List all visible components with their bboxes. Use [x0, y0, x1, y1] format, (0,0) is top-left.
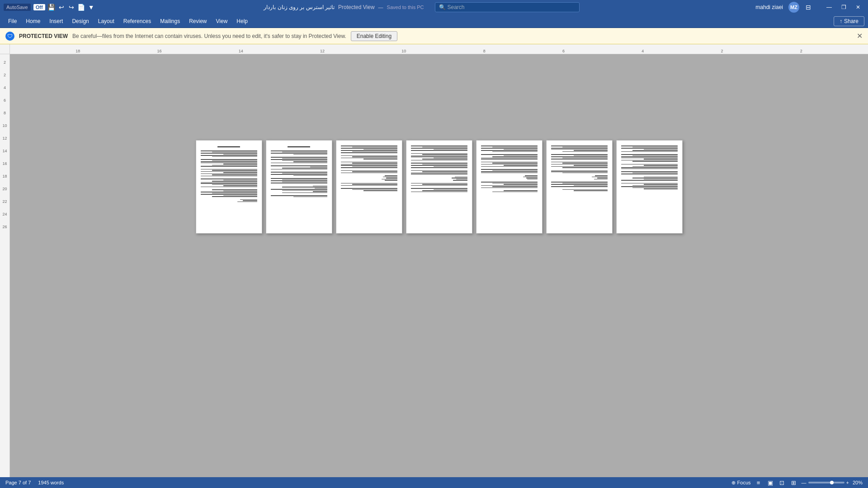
- enable-editing-button[interactable]: Enable Editing: [351, 31, 397, 41]
- focus-mode-icon[interactable]: ⊞: [790, 479, 798, 487]
- read-mode-icon[interactable]: ≡: [755, 479, 763, 487]
- save-state: —: [378, 5, 383, 10]
- menu-layout[interactable]: Layout: [94, 16, 119, 26]
- menu-mailings[interactable]: Mailings: [156, 16, 184, 26]
- web-layout-icon[interactable]: ⊡: [778, 479, 786, 487]
- protected-view-close[interactable]: ✕: [857, 32, 863, 40]
- page-content-7: [617, 141, 682, 194]
- title-bar: AutoSave Off 💾 ↩ ↪ 📄 ▼ تاثیر استرس بر رو…: [0, 0, 868, 14]
- ruler-vertical: 2 2 4 6 8 10 12 14 16 18 20 22 24 26: [0, 54, 10, 477]
- page-thumb-6: [546, 140, 613, 234]
- ruler-corner: [0, 44, 10, 54]
- share-button[interactable]: ↑ Share: [834, 16, 864, 26]
- doc-title: تاثیر استرس بر روی زنان باردار: [264, 4, 335, 10]
- focus-icon: ⊕: [731, 480, 736, 486]
- protected-view-label: PROTECTED VIEW: [19, 33, 68, 39]
- menu-insert[interactable]: Insert: [45, 16, 67, 26]
- share-icon: ↑: [840, 18, 842, 24]
- view-mode-badge: Protected View: [338, 4, 375, 10]
- zoom-thumb: [830, 481, 834, 484]
- page-content-6: [547, 141, 612, 196]
- page-content-1: [196, 141, 262, 207]
- user-name: mahdi ziaei: [755, 4, 783, 10]
- menu-view[interactable]: View: [212, 16, 232, 26]
- redo-icon[interactable]: ↪: [68, 4, 75, 11]
- zoom-level[interactable]: 20%: [853, 480, 863, 485]
- ruler-horizontal: 18 16 14 12 10 8 6 4 2 2: [0, 44, 868, 54]
- save-icon[interactable]: 💾: [48, 4, 55, 11]
- title-bar-left: AutoSave Off 💾 ↩ ↪ 📄 ▼: [4, 4, 95, 11]
- menu-help[interactable]: Help: [232, 16, 252, 26]
- user-avatar[interactable]: MZ: [788, 2, 799, 13]
- search-icon: 🔍: [439, 4, 446, 10]
- page-content-3: [336, 141, 402, 196]
- menu-review[interactable]: Review: [184, 16, 211, 26]
- status-bar: Page 7 of 7 1945 words ⊕ Focus ≡ ▣ ⊡ ⊞ —…: [0, 477, 868, 488]
- autosave-label: AutoSave: [4, 4, 31, 11]
- save-state-text: Saved to this PC: [387, 5, 424, 10]
- page-thumb-2: [266, 140, 332, 234]
- document-area: [10, 54, 868, 477]
- zoom-in-button[interactable]: +: [846, 480, 849, 485]
- customize-icon[interactable]: ▼: [88, 4, 95, 11]
- zoom-out-button[interactable]: —: [802, 480, 807, 485]
- page-thumb-7: [616, 140, 683, 234]
- page-content-2: [266, 141, 332, 202]
- zoom-area: — + 20%: [802, 480, 863, 485]
- undo-icon[interactable]: ↩: [58, 4, 65, 11]
- file-icon[interactable]: 📄: [78, 4, 85, 11]
- minimize-button[interactable]: —: [823, 2, 835, 12]
- zoom-slider[interactable]: [808, 482, 844, 483]
- page-thumb-3: [336, 140, 402, 234]
- title-center: تاثیر استرس بر روی زنان باردار Protected…: [95, 2, 756, 12]
- menu-references[interactable]: References: [119, 16, 156, 26]
- page-thumb-1: [196, 140, 262, 234]
- main-area: 2 2 4 6 8 10 12 14 16 18 20 22 24 26: [0, 54, 868, 477]
- page-thumb-4: [406, 140, 472, 234]
- menu-home[interactable]: Home: [21, 16, 45, 26]
- word-count: 1945 words: [38, 480, 64, 485]
- pages-row: [196, 140, 683, 234]
- print-layout-icon[interactable]: ▣: [766, 479, 774, 487]
- ruler-h-marks: 18 16 14 12 10 8 6 4 2 2: [10, 44, 868, 54]
- page-info: Page 7 of 7: [5, 480, 31, 485]
- close-button[interactable]: ✕: [852, 2, 864, 12]
- page-content-5: [476, 141, 542, 197]
- search-input[interactable]: [448, 4, 574, 10]
- protected-view-bar: 🛡 PROTECTED VIEW Be careful—files from t…: [0, 28, 868, 44]
- protected-view-message: Be careful—files from the Internet can c…: [72, 33, 346, 39]
- menu-design[interactable]: Design: [67, 16, 93, 26]
- autosave-toggle[interactable]: Off: [33, 4, 45, 10]
- page-thumb-5: [476, 140, 542, 234]
- page-content-4: [406, 141, 472, 197]
- title-right: mahdi ziaei MZ ⊟ — ❐ ✕: [755, 2, 864, 13]
- status-bar-right: ⊕ Focus ≡ ▣ ⊡ ⊞ — + 20%: [731, 479, 863, 487]
- menu-file[interactable]: File: [4, 16, 21, 26]
- search-box[interactable]: 🔍: [435, 2, 580, 12]
- restore-button[interactable]: ❐: [837, 2, 850, 12]
- menu-bar: File Home Insert Design Layout Reference…: [0, 14, 868, 28]
- ribbon-display-icon[interactable]: ⊟: [805, 4, 812, 11]
- window-controls: — ❐ ✕: [823, 2, 864, 12]
- shield-icon: 🛡: [5, 32, 14, 41]
- focus-button[interactable]: ⊕ Focus: [731, 480, 751, 486]
